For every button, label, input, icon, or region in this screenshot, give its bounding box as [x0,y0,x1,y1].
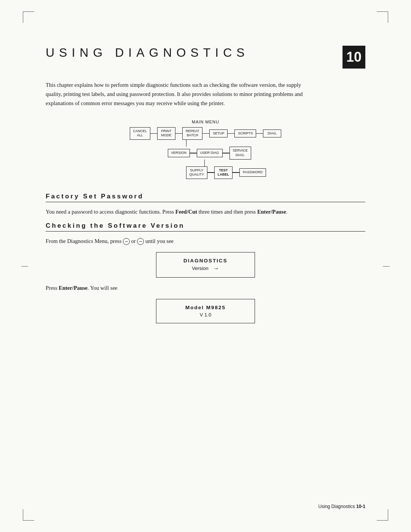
menu-print-mode: PRINTMODE [157,127,175,140]
corner-mark-bl [23,509,34,521]
menu-row3: SUPPLYQUALITY TESTLABEL PASSWORD [186,166,266,179]
menu-diag: DIAG. [263,129,281,138]
press-bold: Enter/Pause [59,285,88,291]
corner-mark-br [377,509,388,521]
section-software-version: Checking the Software Version From the D… [46,222,365,323]
factory-password-text: You need a password to access diagnostic… [46,208,365,217]
menu-row2: VERSION USER DIAG SERVICEDIAG. [168,147,251,159]
connector-h9 [233,172,239,173]
side-mark-left [21,266,28,267]
menu-test-label: TESTLABEL [214,166,233,179]
factory-password-heading: Factory Set Password [46,193,365,202]
chapter-title: USING DIAGNOSTICS [46,46,249,60]
v-seg-2 [204,160,205,166]
factory-text-3: . [286,209,288,215]
press-enter-pause-text: Press Enter/Pause. You will see [46,284,365,293]
intro-text: This chapter explains how to perform sim… [46,81,304,108]
factory-text-2: three times and then press [197,209,257,215]
display1-line2-text: Version [192,265,208,271]
menu-repeat-batch: REPEATBATCH [182,127,202,140]
display1-line1: DIAGNOSTICS [164,258,247,264]
menu-version: VERSION [168,149,190,157]
section-factory-password: Factory Set Password You need a password… [46,193,365,217]
factory-bold-2: Enter/Pause [257,209,286,215]
corner-mark-tr [377,11,388,23]
main-menu-label: MAIN MENU [192,120,219,124]
page: USING DIAGNOSTICS 10 This chapter explai… [0,0,411,532]
display1-arrow: → [213,265,219,272]
software-version-heading: Checking the Software Version [46,222,365,232]
connector-h8 [207,172,214,173]
menu-setup: SETUP [209,129,228,138]
sv-text2b: or [131,238,136,244]
sv-text1: From the Diagnostics Menu, press [46,238,121,244]
display2-line2: V 1.0 [164,312,247,318]
footer-page-number: 10-1 [356,504,365,509]
menu-row1: CANCELALL PRINTMODE REPEATBATCH SETUP SC… [130,127,282,140]
diagram-wrapper: CANCELALL PRINTMODE REPEATBATCH SETUP SC… [130,127,282,179]
footer-text: Using Diagnostics [319,504,355,509]
display1-line2: Version → [164,265,247,272]
connector-h4 [228,133,234,134]
menu-service-diag: SERVICEDIAG. [229,147,251,159]
sv-text3b: until you see [145,238,174,244]
menu-password: PASSWORD [239,168,266,177]
minus-button-2: − [137,238,144,245]
software-version-text: From the Diagnostics Menu, press − or − … [46,237,365,246]
connector-h5 [256,133,263,134]
connector-h6 [190,153,197,153]
connector-h2 [175,133,182,134]
v-connector-1 [186,140,187,147]
corner-mark-tl [23,11,34,23]
menu-cancel-all: CANCELALL [130,127,151,140]
press-text2: . You will see [88,285,118,291]
page-footer: Using Diagnostics 10-1 [319,504,365,509]
menu-diagram: MAIN MENU CANCELALL PRINTMODE REPEATBATC… [46,120,365,179]
factory-text-1: You need a password to access diagnostic… [46,209,175,215]
menu-user-diag: USER DIAG [197,149,223,157]
display2-line1: Model M9825 [164,305,247,310]
press-text1: Press [46,285,59,291]
minus-button-1: − [123,238,130,245]
display-box-diagnostics: DIAGNOSTICS Version → [156,252,255,278]
side-mark-right [383,266,390,267]
menu-supply-quality: SUPPLYQUALITY [186,166,208,179]
connector-h3 [202,133,209,134]
display-box-model: Model M9825 V 1.0 [156,299,255,323]
menu-scripts: SCRIPTS [234,129,256,138]
connector-h1 [150,133,157,134]
chapter-header: USING DIAGNOSTICS 10 [46,46,365,69]
v-seg-1 [186,140,187,147]
connector-h7 [223,153,229,153]
v-connector-2 [204,160,205,166]
chapter-number: 10 [342,46,365,69]
factory-bold-1: Feed/Cut [175,209,197,215]
